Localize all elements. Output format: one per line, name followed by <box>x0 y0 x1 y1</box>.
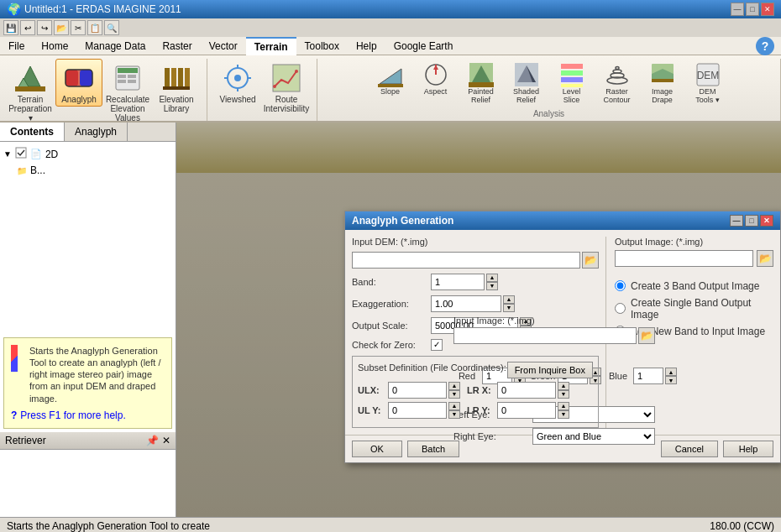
dem-tools-button[interactable]: DEM DEMTools ▾ <box>686 59 730 107</box>
radio-3band[interactable]: Create 3 Band Output Image <box>615 280 773 292</box>
image-drape-label: ImageDrape <box>652 88 673 105</box>
blue-band-field[interactable] <box>633 368 663 384</box>
uly-spinner: ▲ ▼ <box>448 402 460 419</box>
blue-up[interactable]: ▲ <box>665 368 677 376</box>
exaggeration-field[interactable]: 1.00 <box>431 295 501 312</box>
aspect-button[interactable]: Aspect <box>414 59 458 99</box>
lry-down[interactable]: ▼ <box>558 410 569 419</box>
painted-relief-button[interactable]: PaintedRelief <box>459 59 503 107</box>
blue-label: Blue <box>605 371 632 381</box>
dialog-close[interactable]: ✕ <box>760 215 773 227</box>
band-down[interactable]: ▼ <box>486 282 498 290</box>
svg-point-45 <box>616 67 619 70</box>
menu-google-earth[interactable]: Google Earth <box>385 38 462 55</box>
tree-child-icon: 📁 <box>17 166 27 175</box>
menu-help[interactable]: Help <box>348 38 385 55</box>
menu-raster[interactable]: Raster <box>154 38 200 55</box>
tooltip-help[interactable]: ? Press F1 for more help. <box>11 409 165 421</box>
tree-child-label: B... <box>30 164 45 176</box>
tab-anaglyph[interactable]: Anaglyph <box>65 123 128 141</box>
menu-toolbox[interactable]: Toolbox <box>296 38 348 55</box>
band-up[interactable]: ▲ <box>486 274 498 282</box>
minimize-button[interactable]: — <box>731 3 744 16</box>
svg-text:DEM: DEM <box>696 70 719 81</box>
menu-file[interactable]: File <box>0 38 33 55</box>
anaglyph-button[interactable]: Anaglyph <box>55 59 102 107</box>
input-image-browse[interactable]: 📂 <box>638 327 655 344</box>
checkbox-icon[interactable] <box>15 147 27 161</box>
svg-rect-8 <box>118 68 138 73</box>
dialog-maximize[interactable]: □ <box>745 215 758 227</box>
uly-field[interactable]: 0 <box>388 402 447 419</box>
paste-btn[interactable]: 📋 <box>87 20 102 35</box>
ulx-up[interactable]: ▲ <box>448 382 460 390</box>
right-eye-select[interactable]: Green and Blue <box>532 428 655 445</box>
exaggeration-down[interactable]: ▼ <box>503 304 515 312</box>
check-zero-checkbox[interactable]: ✓ <box>431 339 443 351</box>
route-button[interactable]: RouteIntervisibility <box>263 59 310 116</box>
lrx-up[interactable]: ▲ <box>558 382 569 390</box>
uly-up[interactable]: ▲ <box>448 402 460 410</box>
level-slice-button[interactable]: LevelSlice <box>550 59 594 107</box>
slope-button[interactable]: Slope <box>369 59 412 99</box>
ulx-field[interactable]: 0 <box>388 382 447 399</box>
slope-icon <box>377 61 404 88</box>
lrx-down[interactable]: ▼ <box>558 390 569 399</box>
ulx-spinner: ▲ ▼ <box>448 382 460 399</box>
raster-contour-icon <box>604 61 631 88</box>
redo-btn[interactable]: ↪ <box>37 20 52 35</box>
from-inquire-button[interactable]: From Inquire Box <box>507 362 593 378</box>
elevation-library-button[interactable]: ElevationLibrary <box>153 59 200 116</box>
lrx-field[interactable]: 0 <box>497 382 556 399</box>
retriever-close-icon[interactable]: ✕ <box>162 435 170 446</box>
input-dem-browse[interactable]: 📂 <box>582 252 599 269</box>
ok-button[interactable]: OK <box>352 441 402 457</box>
radio-single-input[interactable] <box>615 303 626 314</box>
tab-contents[interactable]: Contents <box>0 123 65 141</box>
uly-down[interactable]: ▼ <box>448 410 460 419</box>
radio-3band-label: Create 3 Band Output Image <box>631 280 759 292</box>
output-scale-label: Output Scale: <box>352 321 427 331</box>
menu-vector[interactable]: Vector <box>201 38 246 55</box>
collapse-icon[interactable]: ▼ <box>3 149 12 159</box>
radio-3band-input[interactable] <box>615 280 626 291</box>
ulx-down[interactable]: ▼ <box>448 390 460 399</box>
raster-contour-button[interactable]: RasterContour <box>595 59 639 107</box>
zoom-btn[interactable]: 🔍 <box>104 20 119 35</box>
image-drape-button[interactable]: ImageDrape <box>641 59 684 107</box>
menu-home[interactable]: Home <box>33 38 76 55</box>
open-btn[interactable]: 📂 <box>54 20 69 35</box>
terrain-preparation-button[interactable]: TerrainPreparation ▾ <box>7 59 54 125</box>
cancel-button[interactable]: Cancel <box>661 441 718 457</box>
blue-down[interactable]: ▼ <box>665 376 677 384</box>
maximize-button[interactable]: □ <box>746 3 759 16</box>
input-image-label: Input Image: (*.img) <box>453 316 655 326</box>
save-quick-btn[interactable]: 💾 <box>3 20 18 35</box>
viewshed-button[interactable]: Viewshed <box>214 59 261 107</box>
recalculate-button[interactable]: RecalculateElevation Values <box>104 59 151 125</box>
pin-icon[interactable]: 📌 <box>146 435 159 446</box>
output-image-field[interactable] <box>615 250 753 267</box>
shaded-relief-button[interactable]: ShadedRelief <box>505 59 548 107</box>
menu-manage-data[interactable]: Manage Data <box>76 38 154 55</box>
help-button[interactable]: Help <box>723 441 773 457</box>
dialog-title: Anaglyph Generation <box>352 215 453 227</box>
help-icon[interactable]: ? <box>756 37 774 55</box>
dialog-minimize[interactable]: — <box>730 215 743 227</box>
exaggeration-up[interactable]: ▲ <box>503 295 515 304</box>
menu-terrain[interactable]: Terrain <box>246 37 296 55</box>
input-dem-field[interactable] <box>352 252 580 269</box>
cut-btn[interactable]: ✂ <box>71 20 86 35</box>
sidebar-tabs: Contents Anaglyph <box>0 123 176 142</box>
output-image-browse[interactable]: 📂 <box>757 250 773 267</box>
undo-btn[interactable]: ↩ <box>20 20 35 35</box>
output-image-row: 📂 <box>615 250 773 267</box>
input-image-field[interactable] <box>453 327 637 344</box>
lry-up[interactable]: ▲ <box>558 402 569 410</box>
lry-field[interactable]: 0 <box>497 402 556 419</box>
batch-button[interactable]: Batch <box>407 441 459 457</box>
analysis-buttons: Slope Aspect <box>369 59 730 107</box>
input-dem-label: Input DEM: (*.img) <box>352 237 427 247</box>
band-field[interactable] <box>431 274 485 290</box>
close-button[interactable]: ✕ <box>761 3 774 16</box>
